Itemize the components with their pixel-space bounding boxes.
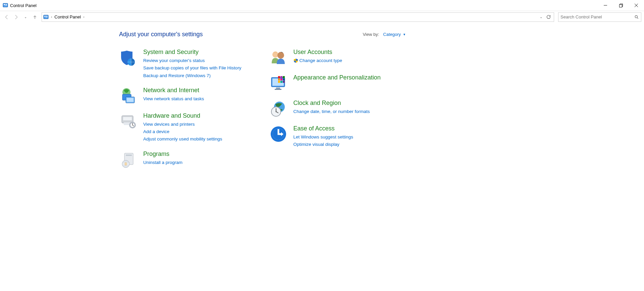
category-programs: Programs Uninstall a program: [119, 151, 256, 169]
minimize-button[interactable]: [598, 0, 613, 11]
maximize-button[interactable]: [613, 0, 629, 11]
categories-left-column: System and Security Review your computer…: [119, 49, 256, 176]
svg-rect-32: [275, 89, 281, 90]
svg-rect-38: [283, 78, 285, 80]
svg-rect-37: [280, 78, 282, 80]
address-dropdown-button[interactable]: ⌄: [538, 14, 544, 19]
view-by-value-text: Category: [383, 32, 401, 37]
svg-rect-33: [278, 76, 280, 78]
ease-of-access-icon[interactable]: [269, 125, 287, 143]
svg-point-44: [275, 111, 276, 112]
svg-rect-35: [283, 76, 285, 78]
content-area: Adjust your computer's settings View by:…: [0, 23, 419, 189]
uac-shield-icon: [293, 58, 298, 63]
svg-rect-2: [5, 4, 7, 5]
category-link-hardware-sound[interactable]: Hardware and Sound: [143, 112, 222, 119]
task-link[interactable]: Save backup copies of your files with Fi…: [143, 64, 241, 72]
svg-rect-9: [46, 16, 48, 17]
svg-point-26: [122, 163, 129, 165]
search-box[interactable]: [558, 12, 641, 22]
content-header: Adjust your computer's settings View by:…: [119, 31, 406, 38]
chevron-right-icon[interactable]: ›: [82, 15, 85, 19]
system-security-icon[interactable]: [119, 49, 137, 67]
task-link[interactable]: Change account type: [293, 57, 342, 64]
task-link[interactable]: Let Windows suggest settings: [293, 133, 354, 141]
control-panel-icon: [3, 3, 8, 8]
svg-rect-31: [276, 88, 280, 89]
svg-rect-41: [283, 81, 285, 83]
svg-point-11: [635, 15, 637, 18]
category-system-security: System and Security Review your computer…: [119, 49, 256, 79]
network-internet-icon[interactable]: [119, 87, 137, 105]
svg-rect-34: [280, 76, 282, 78]
window-title: Control Panel: [10, 3, 37, 8]
task-link[interactable]: View devices and printers: [143, 121, 222, 128]
svg-rect-39: [278, 81, 280, 83]
user-accounts-icon[interactable]: [269, 49, 287, 67]
category-link-user-accounts[interactable]: User Accounts: [293, 49, 342, 56]
view-by-dropdown[interactable]: Category ▼: [383, 32, 406, 37]
programs-icon[interactable]: [119, 151, 137, 169]
category-ease-of-access: Ease of Access Let Windows suggest setti…: [269, 125, 406, 149]
categories-right-column: User Accounts Change account type: [269, 49, 406, 176]
svg-rect-7: [44, 16, 46, 17]
clock-region-icon[interactable]: [269, 100, 287, 118]
hardware-sound-icon[interactable]: [119, 112, 137, 130]
svg-rect-18: [123, 117, 132, 120]
recent-locations-button[interactable]: ⌄: [21, 13, 30, 21]
forward-button[interactable]: [12, 13, 20, 21]
view-by-control: View by: Category ▼: [363, 32, 406, 37]
category-network-internet: Network and Internet View network status…: [119, 87, 256, 105]
appearance-personalization-icon[interactable]: [269, 74, 287, 92]
category-clock-region: Clock and Region Change date, time, or n…: [269, 100, 406, 118]
category-link-ease-of-access[interactable]: Ease of Access: [293, 125, 354, 132]
search-input[interactable]: [560, 14, 634, 19]
category-link-network-internet[interactable]: Network and Internet: [143, 87, 204, 94]
svg-rect-4: [4, 6, 7, 6]
category-link-system-security[interactable]: System and Security: [143, 49, 241, 56]
category-appearance-personalization: Appearance and Personalization: [269, 74, 406, 92]
svg-rect-8: [46, 16, 48, 16]
refresh-button[interactable]: [544, 13, 552, 21]
task-link[interactable]: Adjust commonly used mobility settings: [143, 135, 222, 143]
address-bar[interactable]: › Control Panel › ⌄: [42, 12, 554, 22]
page-title: Adjust your computer's settings: [119, 31, 203, 38]
category-link-appearance-personalization[interactable]: Appearance and Personalization: [293, 74, 381, 81]
address-icon: [43, 14, 49, 20]
task-link[interactable]: Backup and Restore (Windows 7): [143, 72, 241, 79]
up-button[interactable]: [31, 13, 39, 21]
svg-rect-23: [126, 155, 132, 156]
task-link[interactable]: Review your computer's status: [143, 57, 241, 64]
svg-rect-16: [127, 98, 133, 102]
svg-rect-10: [44, 17, 48, 18]
breadcrumb-control-panel[interactable]: Control Panel: [54, 14, 81, 19]
svg-rect-1: [4, 4, 5, 5]
search-icon[interactable]: [634, 15, 639, 19]
back-button[interactable]: [3, 13, 11, 21]
task-link[interactable]: Optimize visual display: [293, 141, 354, 148]
view-by-label: View by:: [363, 32, 379, 37]
task-link-text: Change account type: [300, 57, 342, 64]
close-button[interactable]: [629, 0, 644, 11]
chevron-down-icon: ▼: [403, 33, 406, 36]
task-link[interactable]: Add a device: [143, 128, 222, 135]
category-user-accounts: User Accounts Change account type: [269, 49, 406, 67]
titlebar: Control Panel: [0, 0, 644, 11]
window-controls: [598, 0, 644, 11]
task-link[interactable]: Uninstall a program: [143, 159, 182, 166]
svg-rect-5: [619, 4, 622, 7]
svg-rect-3: [5, 5, 7, 6]
svg-rect-36: [278, 78, 280, 80]
chevron-right-icon[interactable]: ›: [50, 15, 53, 19]
toolbar: ⌄ › Control Panel › ⌄: [0, 11, 644, 23]
task-link[interactable]: View network status and tasks: [143, 95, 204, 103]
category-link-programs[interactable]: Programs: [143, 151, 182, 158]
category-link-clock-region[interactable]: Clock and Region: [293, 100, 370, 107]
task-link[interactable]: Change date, time, or number formats: [293, 108, 370, 115]
svg-rect-40: [280, 81, 282, 83]
category-hardware-sound: Hardware and Sound View devices and prin…: [119, 112, 256, 143]
